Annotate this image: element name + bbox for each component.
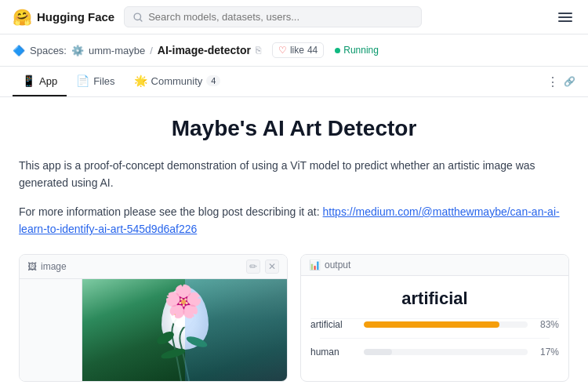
hamburger-menu[interactable] [555, 9, 575, 25]
bar-row-human: human 17% [310, 347, 559, 358]
community-badge: 4 [206, 75, 220, 86]
bar-pct-artificial: 83% [534, 319, 559, 330]
image-panel-actions: ✏ ✕ [246, 260, 279, 274]
heart-icon: ♡ [278, 45, 287, 56]
tab-app[interactable]: 📱 App [13, 67, 67, 96]
bar-label-artificial: artificial [310, 319, 358, 330]
image-panel-label: 🖼 image [27, 261, 67, 272]
svg-line-1 [140, 19, 142, 20]
svg-point-5 [171, 304, 180, 317]
bar-row-artificial: artificial 83% [310, 319, 559, 330]
owner-icon: ⚙️ [71, 45, 84, 56]
like-button[interactable]: ♡ like 44 [272, 42, 324, 58]
tab-community[interactable]: 🌟 Community 4 [125, 67, 230, 96]
bar-pct-human: 17% [534, 347, 559, 358]
spaces-icon: 🔷 [13, 45, 25, 56]
svg-point-6 [180, 303, 186, 312]
tab-nav: 📱 App 📄 Files 🌟 Community 4 ⋮ 🔗 [0, 67, 588, 97]
files-tab-icon: 📄 [76, 74, 89, 87]
app-tab-icon: 📱 [22, 74, 35, 87]
bar-label-human: human [310, 347, 358, 358]
like-label: like [290, 45, 304, 56]
output-divider-2 [320, 338, 550, 339]
repo-name: AI-image-detector [158, 44, 251, 56]
output-panel-icon: 📊 [309, 260, 321, 270]
external-link-icon[interactable]: 🔗 [564, 76, 575, 87]
main-content: Maybe's AI Art Detector This app is a pr… [0, 97, 588, 390]
search-bar[interactable] [124, 6, 422, 27]
bar-track-artificial [364, 321, 528, 328]
tab-actions: ⋮ 🔗 [546, 74, 575, 89]
breadcrumb-bar: 🔷 Spaces: ⚙️ umm-maybe / AI-image-detect… [0, 34, 588, 67]
description-2: For more information please see the blog… [19, 203, 569, 238]
running-dot [335, 48, 340, 53]
app-tab-label: App [39, 75, 57, 87]
image-placeholder [20, 279, 82, 381]
owner-link[interactable]: umm-maybe [89, 45, 145, 56]
running-badge: Running [335, 45, 379, 56]
files-tab-label: Files [93, 75, 114, 87]
bar-fill-artificial [364, 321, 499, 328]
overflow-menu[interactable]: ⋮ [546, 74, 559, 89]
output-panel-label: 📊 output [309, 260, 350, 270]
image-content [20, 279, 287, 381]
edit-icon[interactable]: ✏ [246, 260, 260, 274]
header: 🤗 Hugging Face [0, 0, 588, 34]
flower-image [82, 279, 287, 381]
logo[interactable]: 🤗 Hugging Face [13, 8, 114, 27]
copy-icon[interactable]: ⎘ [256, 45, 261, 56]
spaces-link[interactable]: Spaces: [30, 45, 67, 56]
output-bars: artificial 83% human 17% [301, 319, 568, 375]
search-input[interactable] [148, 11, 413, 23]
header-right [555, 9, 575, 25]
close-icon[interactable]: ✕ [265, 260, 279, 274]
community-tab-label: Community [151, 75, 203, 87]
tab-files[interactable]: 📄 Files [67, 67, 124, 96]
description-1: This app is a proof-of-concept demonstra… [19, 157, 569, 192]
output-panel: 📊 output artificial artificial 83% human [300, 254, 569, 382]
search-icon [132, 12, 143, 23]
community-tab-icon: 🌟 [134, 74, 147, 87]
app-title: Maybe's AI Art Detector [19, 116, 569, 141]
output-panel-header: 📊 output [301, 255, 568, 276]
image-panel-icon: 🖼 [27, 261, 37, 272]
running-label: Running [343, 45, 379, 56]
like-count: 44 [307, 45, 318, 56]
logo-icon: 🤗 [13, 8, 32, 27]
demo-area: 🖼 image ✏ ✕ [19, 254, 569, 382]
image-panel: 🖼 image ✏ ✕ [19, 254, 288, 382]
bar-track-human [364, 349, 528, 355]
breadcrumb-sep: / [150, 45, 153, 56]
image-panel-header: 🖼 image ✏ ✕ [20, 255, 287, 279]
output-result: artificial [301, 276, 568, 318]
bar-fill-human [364, 349, 392, 355]
logo-name: Hugging Face [37, 10, 114, 24]
